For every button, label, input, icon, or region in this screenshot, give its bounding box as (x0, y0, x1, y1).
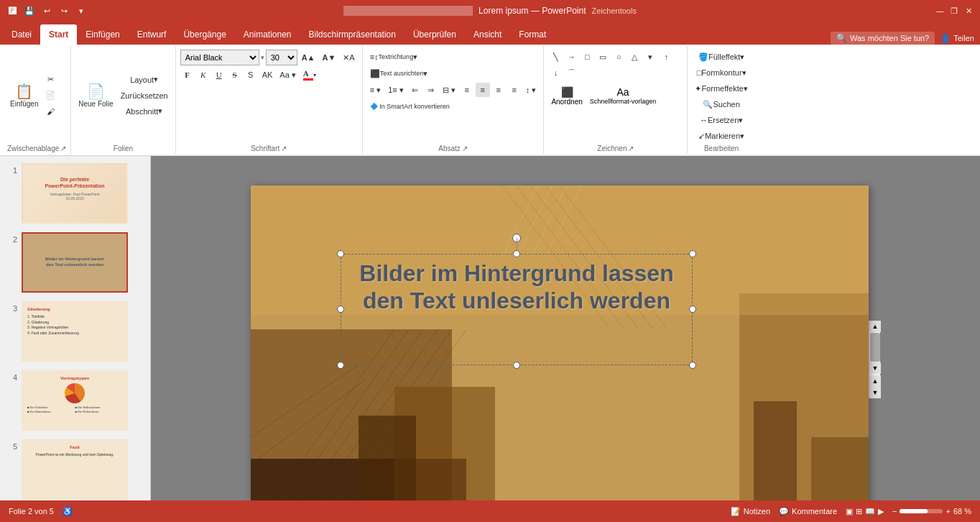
shape-arrow[interactable]: → (564, 50, 578, 64)
absatz-expand-icon[interactable]: ↗ (462, 145, 468, 152)
align-left-btn[interactable]: ≡ (460, 83, 474, 97)
tab-datei[interactable]: Datei (3, 24, 40, 45)
slide-thumb-2[interactable]: 2 Bilder im Hintergrund lassenden Text u… (3, 231, 147, 294)
einfuegen-btn[interactable]: 📋 Einfügen (7, 76, 41, 115)
zoom-slider[interactable] (900, 509, 943, 513)
font-dropdown-arrow[interactable]: ▾ (261, 54, 264, 61)
minimize-btn[interactable]: — (934, 5, 946, 17)
numbered-btn[interactable]: 1≡ ▾ (385, 83, 407, 97)
font-size-select[interactable]: 30 (266, 50, 297, 65)
fuelleffekt-btn[interactable]: 🪣 Fülleffekt ▾ (692, 50, 751, 64)
shape-more[interactable]: ▾ (643, 50, 657, 64)
tab-ansicht[interactable]: Ansicht (465, 24, 510, 45)
cut-btn[interactable]: ✂ (42, 73, 58, 87)
text-box[interactable]: Bilder im Hintergrund lassen den Text un… (341, 254, 693, 365)
suchen-btn[interactable]: 🔍 Suchen (692, 97, 751, 111)
scroll-track[interactable] (869, 332, 880, 362)
slide-preview-2[interactable]: Bilder im Hintergrund lassenden Text unl… (22, 232, 128, 293)
justify-btn[interactable]: ≡ (507, 83, 522, 97)
bold-btn[interactable]: F (180, 68, 195, 82)
shape-ellipse[interactable]: ○ (611, 50, 626, 64)
slideshow-btn[interactable]: ▶ (878, 507, 884, 516)
col-btn[interactable]: ⊟ ▾ (440, 83, 458, 97)
tab-einfuegen[interactable]: Einfügen (77, 24, 128, 45)
share-btn[interactable]: 👤 Teilen (940, 34, 974, 43)
shadow-btn[interactable]: S (244, 68, 258, 82)
reading-view-btn[interactable]: 📖 (865, 507, 875, 516)
ersetzen-btn[interactable]: ↔ Ersetzen ▾ (692, 113, 751, 127)
scroll-thumb[interactable] (870, 333, 880, 362)
textrichtung-btn[interactable]: ≡↕ Textrichtung ▾ (367, 50, 420, 64)
underline-btn[interactable]: U (212, 68, 226, 82)
scroll-down-btn[interactable]: ▼ (869, 362, 881, 374)
copy-btn[interactable]: 📄 (42, 88, 58, 103)
handle-middle-right[interactable] (689, 306, 696, 313)
zeichnen-expand-icon[interactable]: ↗ (628, 145, 634, 152)
tab-bildschirm[interactable]: Bildschirmpräsentation (300, 24, 405, 45)
title-input[interactable] (343, 6, 473, 16)
tab-ueberpruefen[interactable]: Überprüfen (405, 24, 465, 45)
formkontur-btn[interactable]: □ Formkontur ▾ (692, 65, 751, 80)
smartart-btn[interactable]: 🔷 In SmartArt konvertieren (367, 99, 453, 114)
schnellformat-btn[interactable]: Aa Schnellformat-vorlagen (587, 81, 660, 110)
redo-btn[interactable]: ↪ (57, 4, 70, 17)
kommentare-btn[interactable]: 💬 Kommentare (779, 507, 837, 516)
handle-top-right[interactable] (689, 250, 696, 257)
accessibility-btn[interactable]: ♿ (63, 507, 73, 516)
shape-rect[interactable]: □ (580, 50, 594, 64)
handle-top-left[interactable] (337, 250, 344, 257)
slide-thumb-3[interactable]: 3 Gliederung 1. Titelfolie2. Gliederung3… (3, 300, 147, 363)
notizen-btn[interactable]: 📝 Notizen (731, 507, 770, 516)
slide-sorter-btn[interactable]: ⊞ (856, 507, 862, 516)
handle-bottom-right[interactable] (689, 362, 696, 369)
shape-up-arrow[interactable]: ↑ (659, 50, 673, 64)
slide-preview-3[interactable]: Gliederung 1. Titelfolie2. Gliederung3. … (22, 301, 128, 362)
handle-bottom-left[interactable] (337, 362, 344, 369)
slide-thumb-1[interactable]: 1 Die perfektePowerPoint-Präsentation Vo… (3, 162, 147, 225)
save-btn[interactable]: 💾 (23, 4, 36, 17)
zoom-out-btn[interactable]: − (892, 507, 897, 516)
undo-btn[interactable]: ↩ (40, 4, 53, 17)
strikethrough-btn[interactable]: S (228, 68, 242, 82)
slide-canvas[interactable]: Bilder im Hintergrund lassen den Text un… (251, 186, 869, 523)
shape-curved[interactable]: ⌒ (564, 65, 578, 80)
font-select[interactable]: Arial Black (180, 50, 259, 65)
layout-btn[interactable]: Layout ▾ (118, 73, 171, 87)
slide-thumb-4[interactable]: 4 Vortragstypen ■ Der Schreiber■ Der Sel… (3, 369, 147, 432)
shape-down-arrow[interactable]: ↓ (548, 65, 563, 80)
abschnitt-btn[interactable]: Abschnitt ▾ (118, 104, 171, 119)
align-right-btn[interactable]: ≡ (491, 83, 506, 97)
increase-font-btn[interactable]: A▲ (299, 50, 318, 65)
format-painter-btn[interactable]: 🖌 (42, 104, 58, 119)
shape-triangle[interactable]: △ (627, 50, 642, 64)
shape-line[interactable]: ╲ (548, 50, 563, 64)
scroll-up-btn[interactable]: ▲ (869, 321, 881, 332)
font-color-btn[interactable]: A ▾ (300, 68, 319, 82)
italic-btn[interactable]: K (196, 68, 211, 82)
slide-thumb-5[interactable]: 5 Fazit PowerPoint ist ein Werkzeug und … (3, 438, 147, 501)
close-btn[interactable]: ✕ (963, 5, 974, 17)
schriftart-expand-icon[interactable]: ↗ (281, 145, 287, 152)
tab-format[interactable]: Format (510, 24, 555, 45)
increase-indent-btn[interactable]: ⇒ (424, 83, 438, 97)
shape-rounded-rect[interactable]: ▭ (596, 50, 610, 64)
slide-preview-5[interactable]: Fazit PowerPoint ist ein Werkzeug und ke… (22, 439, 128, 500)
clear-format-btn[interactable]: ✕A (340, 50, 357, 65)
handle-top-center[interactable] (513, 250, 520, 257)
slide-preview-1[interactable]: Die perfektePowerPoint-Präsentation Vort… (22, 163, 128, 224)
tab-animationen[interactable]: Animationen (235, 24, 300, 45)
scroll-extra-btn[interactable]: ▲ (869, 375, 881, 387)
zuruecksetzen-btn[interactable]: Zurücksetzen (118, 88, 171, 103)
decrease-font-btn[interactable]: A▼ (320, 50, 339, 65)
restore-btn[interactable]: ❐ (948, 5, 960, 17)
tab-uebergaenge[interactable]: Übergänge (175, 24, 234, 45)
bullets-btn[interactable]: ≡ ▾ (367, 83, 384, 97)
handle-middle-left[interactable] (337, 306, 344, 313)
tab-start[interactable]: Start (40, 24, 77, 45)
expand-icon[interactable]: ↗ (60, 145, 66, 152)
change-case-btn[interactable]: Aa ▾ (277, 68, 299, 82)
search-box[interactable]: 🔍 Was möchten Sie tun? (831, 32, 935, 45)
text-ausrichten-btn[interactable]: ⬛ Text ausrichten ▾ (367, 66, 431, 81)
decrease-indent-btn[interactable]: ⇐ (408, 83, 422, 97)
line-spacing-btn[interactable]: ↕ ▾ (523, 83, 540, 97)
